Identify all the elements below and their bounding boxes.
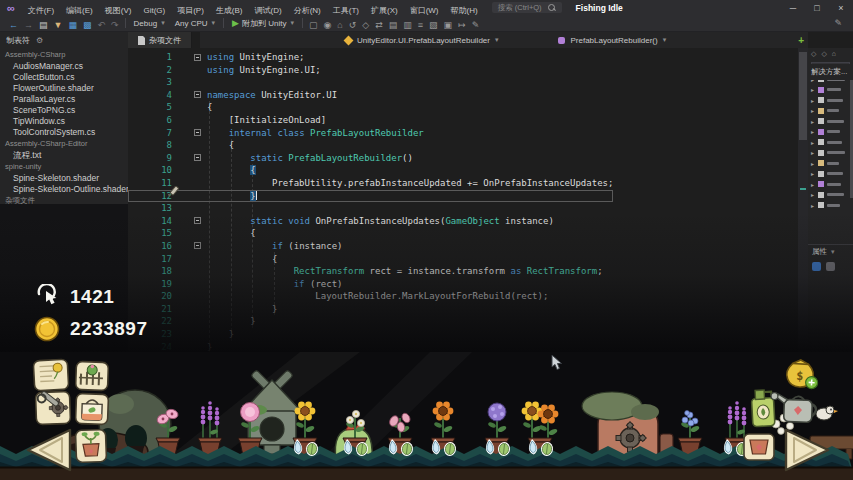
solution-tree-row-3[interactable]: ▸ bbox=[808, 106, 853, 117]
fold-box-icon[interactable] bbox=[194, 54, 201, 61]
sidebar-file-item[interactable]: CollectButton.cs bbox=[0, 71, 128, 82]
minimize-button[interactable]: ─ bbox=[781, 3, 805, 13]
code-line-23[interactable]: 23 } bbox=[128, 328, 613, 341]
fold-margin[interactable] bbox=[172, 240, 207, 253]
debug-toolbar-icon-10[interactable]: ▣ bbox=[441, 20, 456, 30]
new-file-icon[interactable]: ▤ bbox=[36, 20, 51, 30]
menu-item-5[interactable]: 生成(B) bbox=[210, 6, 249, 15]
expand-icon[interactable]: ▸ bbox=[811, 97, 818, 104]
expand-icon[interactable]: ▸ bbox=[811, 191, 818, 198]
save-all-icon[interactable]: ▩ bbox=[80, 20, 95, 30]
code-line-15[interactable]: 15 { bbox=[128, 227, 613, 240]
debug-toolbar-icon-11[interactable]: ↦ bbox=[455, 20, 469, 30]
solution-toolbar-icon-0[interactable]: ◇ bbox=[811, 50, 816, 58]
code-line-8[interactable]: 8 { bbox=[128, 139, 613, 152]
debug-toolbar-icon-6[interactable]: ▤ bbox=[386, 20, 401, 30]
expand-icon[interactable]: ▸ bbox=[811, 118, 818, 125]
code-editor[interactable]: 1using UnityEngine;2using UnityEngine.UI… bbox=[128, 48, 798, 352]
menu-item-6[interactable]: 调试(D) bbox=[249, 6, 288, 15]
solution-tree-row-2[interactable]: ▸ bbox=[808, 95, 853, 106]
code-line-13[interactable]: 13 bbox=[128, 202, 613, 215]
solution-tree-row-10[interactable]: ▸ bbox=[808, 179, 853, 190]
expand-icon[interactable]: ▸ bbox=[811, 160, 818, 167]
code-line-22[interactable]: 22 } bbox=[128, 315, 613, 328]
code-line-16[interactable]: 16 if (instance) bbox=[128, 240, 613, 253]
code-line-10[interactable]: 10 { bbox=[128, 164, 613, 177]
expand-icon[interactable]: ▸ bbox=[811, 107, 818, 114]
fold-margin[interactable] bbox=[172, 51, 207, 64]
fold-margin[interactable] bbox=[172, 127, 207, 140]
debug-toolbar-icon-12[interactable]: ✎ bbox=[469, 20, 483, 30]
expand-icon[interactable]: ▸ bbox=[811, 202, 818, 209]
sidebar-file-item[interactable]: AudiosManager.cs bbox=[0, 60, 128, 71]
solution-tree-row-12[interactable]: ▸ bbox=[808, 200, 853, 211]
sidebar-file-item[interactable]: FlowerOutline.shader bbox=[0, 82, 128, 93]
journal-button[interactable] bbox=[33, 359, 69, 391]
debug-toolbar-icon-8[interactable]: ≡ bbox=[415, 20, 426, 30]
code-line-20[interactable]: 20 LayoutRebuilder.MarkLayoutForRebuild(… bbox=[128, 290, 613, 303]
code-line-21[interactable]: 21 } bbox=[128, 303, 613, 316]
solution-toolbar-icon-1[interactable]: ◇ bbox=[821, 50, 826, 58]
scrollbar-thumb[interactable] bbox=[799, 52, 807, 140]
editor-scrollbar[interactable] bbox=[798, 48, 808, 352]
debug-toolbar-icon-5[interactable]: ⇄ bbox=[372, 20, 386, 30]
code-line-14[interactable]: 14 static void OnPrefabInstanceUpdates(G… bbox=[128, 215, 613, 228]
tools-button[interactable] bbox=[35, 390, 70, 425]
code-line-6[interactable]: 6 [InitializeOnLoad] bbox=[128, 114, 613, 127]
panel-icon[interactable] bbox=[826, 262, 835, 271]
config-dropdown[interactable]: Debug▾ bbox=[129, 19, 170, 28]
solution-tree-row-7[interactable]: ▸ bbox=[808, 148, 853, 159]
expand-icon[interactable]: ▸ bbox=[811, 181, 818, 188]
plant-pot-button[interactable] bbox=[75, 429, 106, 462]
debug-toolbar-icon-1[interactable]: ◉ bbox=[320, 20, 334, 30]
nav-forward-icon[interactable]: → bbox=[21, 20, 36, 30]
debug-toolbar-icon-4[interactable]: ◇ bbox=[359, 20, 372, 30]
solution-toolbar-icon-2[interactable]: ⌂ bbox=[832, 50, 836, 58]
code-line-2[interactable]: 2using UnityEngine.UI; bbox=[128, 64, 613, 77]
debug-toolbar-icon-0[interactable]: ▢ bbox=[306, 20, 321, 30]
debug-toolbar-icon-3[interactable]: ↺ bbox=[346, 20, 360, 30]
sidebar-file-item[interactable]: ToolControlSystem.cs bbox=[0, 126, 128, 137]
nav-back-icon[interactable]: ← bbox=[6, 20, 21, 30]
solution-tree-row-4[interactable]: ▸ bbox=[808, 116, 853, 127]
close-button[interactable]: × bbox=[829, 3, 853, 13]
properties-icon[interactable] bbox=[812, 262, 821, 271]
platform-dropdown[interactable]: Any CPU▾ bbox=[170, 19, 220, 28]
expand-icon[interactable]: ▸ bbox=[811, 139, 818, 146]
solution-tree-row-8[interactable]: ▸ bbox=[808, 158, 853, 169]
menu-item-4[interactable]: 项目(P) bbox=[171, 6, 210, 15]
sidebar-file-item[interactable]: SceneToPNG.cs bbox=[0, 104, 128, 115]
maximize-button[interactable]: □ bbox=[805, 3, 829, 13]
bag-button[interactable] bbox=[75, 393, 108, 424]
sidebar-file-item[interactable]: 流程.txt bbox=[0, 149, 128, 160]
fold-margin[interactable] bbox=[172, 152, 207, 165]
expand-icon[interactable]: ▸ bbox=[811, 128, 818, 135]
sidebar-file-item[interactable]: TipWindow.cs bbox=[0, 115, 128, 126]
code-line-1[interactable]: 1using UnityEngine; bbox=[128, 51, 613, 64]
code-line-7[interactable]: 7 internal class PrefabLayoutRebuilder bbox=[128, 127, 613, 140]
search-input[interactable]: 搜索 (Ctrl+Q) bbox=[492, 2, 562, 13]
solution-tree-row-9[interactable]: ▸ bbox=[808, 169, 853, 180]
menu-item-3[interactable]: Git(G) bbox=[137, 6, 171, 15]
fold-box-icon[interactable] bbox=[194, 91, 201, 98]
feedback-icon[interactable]: ✎ bbox=[831, 15, 845, 31]
code-line-4[interactable]: 4namespace UnityEditor.UI bbox=[128, 89, 613, 102]
type-dropdown[interactable]: UnityEditor.UI.PrefabLayoutRebuilder▾ bbox=[345, 36, 498, 45]
code-line-9[interactable]: 9 static PrefabLayoutRebuilder() bbox=[128, 152, 613, 165]
fold-box-icon[interactable] bbox=[194, 217, 201, 224]
open-folder-icon[interactable]: ▼ bbox=[51, 20, 66, 30]
code-line-19[interactable]: 19 if (rect) bbox=[128, 278, 613, 291]
undo-icon[interactable]: ↶ bbox=[94, 20, 108, 30]
code-line-5[interactable]: 5{ bbox=[128, 101, 613, 114]
solution-tree-row-11[interactable]: ▸ bbox=[808, 190, 853, 201]
fold-box-icon[interactable] bbox=[194, 242, 201, 249]
debug-toolbar-icon-9[interactable]: ▧ bbox=[426, 20, 441, 30]
tab-misc-files[interactable]: 杂项文件 bbox=[128, 32, 192, 48]
redo-icon[interactable]: ↷ bbox=[108, 20, 122, 30]
attach-unity-button[interactable]: ▶ 附加到 Unity▾ bbox=[227, 18, 299, 29]
properties-header[interactable]: 属性▾ bbox=[808, 244, 853, 257]
expand-icon[interactable]: ▸ bbox=[811, 149, 818, 156]
solution-tree-row-1[interactable]: ▸ bbox=[808, 85, 853, 96]
expand-icon[interactable]: ▸ bbox=[811, 170, 818, 177]
solution-explorer-header[interactable]: 解决方案... bbox=[808, 64, 853, 80]
